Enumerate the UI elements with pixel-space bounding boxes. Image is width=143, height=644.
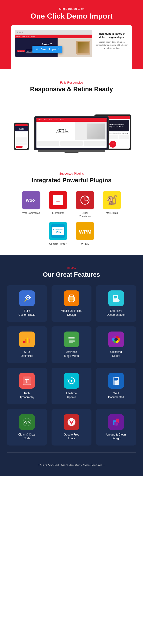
svg-point-35 [114,338,118,341]
feature-icon-mobile [64,290,80,306]
feature-extensive-docs: ExtensiveDocumentation [96,285,136,322]
plugin-label-elementor: Elementor [52,211,64,214]
feature-icon-seo [19,332,35,347]
feature-label-docs: ExtensiveDocumentation [107,309,126,317]
feature-mobile-optimized: Mobile OptimizedDesign [52,285,92,322]
section-demo-import: Single Button Click One Click Demo Impor… [0,0,143,69]
plugin-item-wpml[interactable]: WPML WPML [73,222,96,246]
feature-icon-code: </> [19,414,35,430]
section3-title: Integrated Powerful Plugins [9,177,134,184]
plugin-item-woocommerce[interactable]: Woo WooCommerce [20,191,43,218]
svg-rect-28 [27,338,28,343]
svg-rect-18 [69,297,74,300]
feature-clean-code: </> Clean & ClearCode [7,409,47,446]
svg-rect-22 [114,298,116,299]
plugin-label-wpml: WPML [81,242,89,246]
svg-rect-20 [114,296,117,297]
section4-title: Our Great Features [7,271,136,278]
feature-icon-well-doc [108,373,124,389]
feature-label-unique-design: Unique & CleanDesign [106,433,126,441]
svg-rect-32 [69,340,75,340]
svg-rect-31 [68,338,75,340]
feature-label-google-fonts: Google FreeFonts [64,433,80,441]
feature-google-fonts: Google FreeFonts [52,409,92,446]
svg-text:</>: </> [24,420,30,424]
section1-title: One Click Demo Import [5,12,138,20]
svg-rect-41 [114,378,118,379]
plugin-label-mailchimp: MailChimp [106,211,118,214]
feature-icon-unique-design [108,414,124,430]
svg-rect-34 [69,342,73,343]
svg-text:WPML: WPML [79,229,92,235]
feature-label-seo: SEOOptimized [21,350,33,358]
plugin-item-cf7[interactable]: & CONTACT FORM 7 Contact Form 7 [46,222,70,246]
cursor-icon: ☞ [36,48,39,51]
section2-title: Responsive & Retina Ready [9,86,134,93]
feature-label-mobile: Mobile OptimizedDesign [61,309,82,317]
demo-import-button[interactable]: ☞ Demo Import! [32,46,62,53]
plugin-icon-woocommerce: Woo [22,191,40,210]
feature-fully-customizable: FullyCustomizable [7,285,47,322]
features-grid: FullyCustomizable Mobile OptimizedDesign [7,285,136,446]
section2-sub-label: Fully Responsive [9,81,134,84]
svg-rect-43 [114,380,117,381]
section-responsive: Fully Responsive Responsive & Retina Rea… [0,69,143,160]
feature-well-documented: WellDocumented [96,368,136,404]
mockup-desc-title: Incididunt ut labore et dolore magna ali… [96,32,128,39]
device-laptop: evflox Home About Services Contact Servi… [34,116,109,153]
plugins-grid: Woo WooCommerce ≡ Elementor [9,191,134,246]
feature-icon-colors [108,332,124,347]
feature-label-typography: RichTypography [20,392,34,399]
device-phone: Serving ITTo Served [14,122,29,150]
plugin-icon-mailchimp: 🐒 [102,191,121,210]
plugin-label-woocommerce: WooCommerce [22,211,40,214]
svg-text:FORM: FORM [54,230,61,233]
svg-rect-42 [114,379,118,380]
svg-text:7: 7 [58,233,59,236]
feature-icon-google-fonts [64,414,80,430]
svg-rect-26 [23,341,24,343]
plugin-item-slider-revolution[interactable]: SliderRevolution [73,191,96,218]
svg-rect-21 [114,298,117,298]
feature-icon-menu [64,332,80,347]
feature-icon-typography: T [19,373,35,389]
svg-rect-29 [29,339,30,343]
feature-label-menu: AdvanceMega Menu [64,350,79,358]
section-features: Devlox Our Great Features FullyCustomiza… [0,255,143,476]
features-note: This Is Not End, There Are Many More Fea… [7,464,136,467]
svg-point-9 [27,297,28,298]
plugin-item-mailchimp[interactable]: 🐒 MailChimp [100,191,124,218]
plugin-item-elementor[interactable]: ≡ Elementor [46,191,70,218]
plugin-label-slider: SliderRevolution [79,211,91,218]
feature-label-colors: UnlimitedColors [110,350,122,358]
feature-rich-typography: T RichTypography [7,368,47,404]
feature-icon-update [64,373,80,389]
feature-icon-customizable [19,290,35,306]
svg-text:& CONTACT: & CONTACT [54,228,63,230]
svg-text:T: T [25,378,29,384]
mockup-desc-text: Lorem ipsum dolor sit amet, consectetur … [96,41,128,50]
feature-unique-design: Unique & CleanDesign [96,409,136,446]
plugin-icon-elementor: ≡ [49,191,67,210]
feature-lifetime-update: LifeTimeUpdate [52,368,92,404]
feature-seo: SEOOptimized [7,326,47,363]
plugin-icon-cf7: & CONTACT FORM 7 [49,222,67,240]
svg-rect-33 [69,341,75,342]
section3-sub-label: Supported Plugins [9,172,134,175]
section1-sub-label: Single Button Click [5,7,138,10]
svg-rect-30 [68,337,75,338]
svg-rect-27 [25,340,26,343]
feature-label-well-doc: WellDocumented [108,392,124,399]
feature-icon-docs [108,290,124,306]
feature-unlimited-colors: UnlimitedColors [96,326,136,363]
feature-label-code: Clean & ClearCode [18,433,36,441]
feature-mega-menu: AdvanceMega Menu [52,326,92,363]
plugin-icon-slider-revolution [76,191,94,210]
section4-sub-label: Devlox [7,266,136,270]
svg-rect-44 [114,382,117,382]
feature-label-customizable: FullyCustomizable [18,309,36,317]
section-plugins: Supported Plugins Integrated Powerful Pl… [0,160,143,255]
plugin-label-cf7: Contact Form 7 [49,242,67,246]
svg-text:Woo: Woo [26,198,35,203]
svg-point-38 [70,380,72,382]
